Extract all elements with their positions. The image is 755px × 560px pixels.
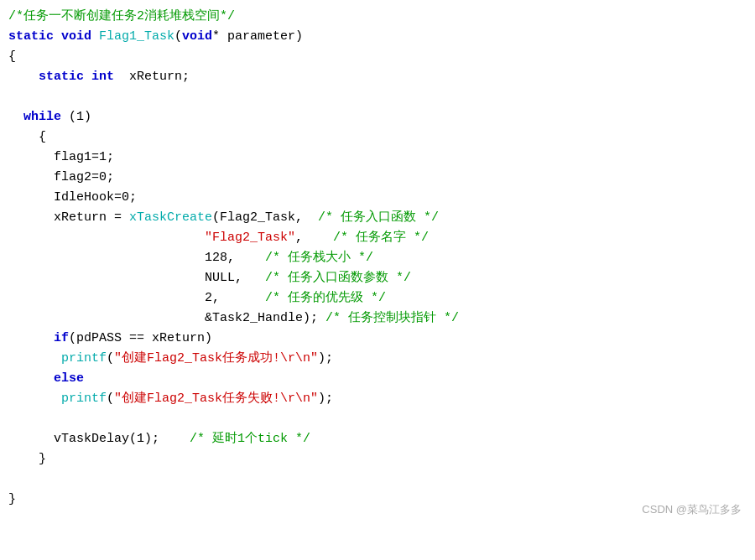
token: xReturn; [114, 67, 190, 86]
code-line: /*任务一不断创建任务2消耗堆栈空间*/ [0, 7, 755, 27]
token: } [8, 449, 46, 469]
code-line: static int xReturn; [0, 67, 755, 87]
token: (pdPASS == xReturn) [69, 329, 212, 348]
token: /* 延时1个tick */ [190, 429, 310, 449]
code-line: 2, /* 任务的优先级 */ [0, 288, 755, 309]
code-line [0, 409, 755, 429]
token: void [182, 27, 212, 46]
token: (Flag2_Task, [212, 208, 318, 227]
token: &Task2_Handle); [8, 309, 325, 328]
code-line: &Task2_Handle); /* 任务控制块指针 */ [0, 309, 755, 329]
token: flag1=1; [8, 148, 114, 167]
code-line: { [0, 47, 755, 67]
code-line: IdleHook=0; [0, 188, 755, 208]
token: /* 任务入口函数参数 */ [265, 268, 411, 288]
code-line: { [0, 127, 755, 148]
token: printf [61, 349, 107, 368]
token: static [8, 27, 61, 46]
token [8, 329, 54, 348]
token: (1) [129, 429, 152, 449]
token: , [295, 228, 333, 247]
code-line: NULL, /* 任务入口函数参数 */ [0, 268, 755, 288]
token: Flag1_Task [99, 27, 174, 46]
token: NULL, [8, 268, 265, 288]
token: /*任务一不断创建任务2消耗堆栈空间*/ [8, 7, 235, 26]
code-line: 128, /* 任务栈大小 */ [0, 248, 755, 268]
token: printf [61, 389, 107, 408]
token [8, 349, 61, 368]
token: flag2=0; [8, 168, 114, 187]
code-line: flag1=1; [0, 148, 755, 168]
code-line: "Flag2_Task", /* 任务名字 */ [0, 228, 755, 248]
token: 128, [8, 248, 265, 267]
token: static [8, 67, 91, 86]
token [8, 389, 61, 408]
code-block: /*任务一不断创建任务2消耗堆栈空间*/static void Flag1_Ta… [0, 0, 755, 528]
token: { [8, 127, 46, 147]
token: /* 任务控制块指针 */ [325, 309, 459, 328]
code-line: xReturn = xTaskCreate(Flag2_Task, /* 任务入… [0, 208, 755, 228]
token: /* 任务名字 */ [333, 228, 429, 247]
token: 2, [8, 288, 265, 308]
code-line: vTaskDelay(1); /* 延时1个tick */ [0, 429, 755, 449]
token: { [8, 47, 16, 66]
token [8, 369, 54, 388]
token: * parameter) [212, 27, 303, 46]
token: ( [107, 389, 114, 408]
token: ); [318, 389, 333, 408]
token: /* 任务入口函数 */ [318, 208, 439, 227]
token: } [8, 490, 16, 509]
token [8, 228, 205, 247]
code-line [0, 87, 755, 107]
token: /* 任务的优先级 */ [265, 288, 386, 308]
token: "Flag2_Task" [205, 228, 295, 247]
code-line: printf("创建Flag2_Task任务成功!\r\n"); [0, 349, 755, 369]
token: int [91, 67, 114, 86]
code-line: while (1) [0, 107, 755, 127]
token: "创建Flag2_Task任务失败!\r\n" [114, 389, 318, 408]
watermark: CSDN @菜鸟江多多 [642, 501, 742, 518]
token: void [61, 27, 99, 46]
token: ( [174, 27, 182, 46]
token: else [54, 369, 84, 388]
code-line: flag2=0; [0, 168, 755, 188]
code-line: static void Flag1_Task(void* parameter) [0, 27, 755, 47]
token: vTaskDelay [8, 429, 129, 449]
code-line: printf("创建Flag2_Task任务失败!\r\n"); [0, 389, 755, 409]
token: IdleHook=0; [8, 188, 137, 207]
code-line: } [0, 449, 755, 469]
token: ); [318, 349, 333, 368]
token: while [8, 107, 61, 127]
token: if [54, 329, 69, 348]
token: "创建Flag2_Task任务成功!\r\n" [114, 349, 318, 368]
token: xTaskCreate [129, 208, 212, 227]
token: (1) [61, 107, 91, 127]
code-line [0, 469, 755, 490]
code-line: else [0, 369, 755, 389]
token: ( [107, 349, 114, 368]
token: /* 任务栈大小 */ [265, 248, 373, 267]
code-line: if(pdPASS == xReturn) [0, 329, 755, 349]
token: ; [152, 429, 190, 449]
token: xReturn = [8, 208, 129, 227]
